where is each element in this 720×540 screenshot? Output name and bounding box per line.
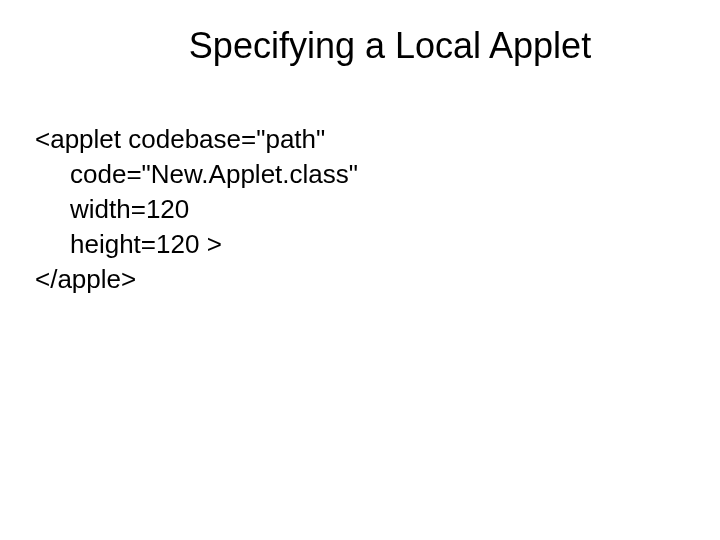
code-line-5: </apple> [35, 262, 690, 297]
code-line-3: width=120 [35, 192, 690, 227]
slide-container: Specifying a Local Applet <applet codeba… [0, 0, 720, 540]
code-block: <applet codebase="path" code="New.Applet… [35, 122, 690, 297]
code-line-4: height=120 > [35, 227, 690, 262]
slide-title: Specifying a Local Applet [90, 25, 690, 67]
code-line-2: code="New.Applet.class" [35, 157, 690, 192]
code-line-1: <applet codebase="path" [35, 122, 690, 157]
